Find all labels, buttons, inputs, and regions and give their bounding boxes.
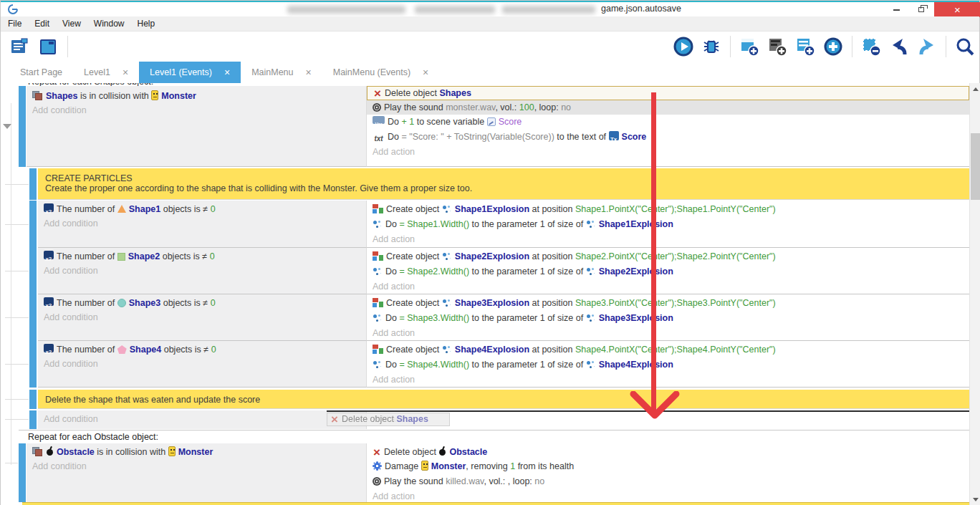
explosion-icon: [373, 360, 383, 369]
action-size-shape2explosion[interactable]: Do = Shape2.Width() to the parameter 1 o…: [367, 264, 969, 279]
menu-edit[interactable]: Edit: [33, 19, 51, 29]
add-action-link[interactable]: Add action: [367, 145, 969, 159]
text-segment: Shapes: [396, 414, 428, 424]
minimize-button[interactable]: [884, 2, 908, 17]
text-segment: at position: [529, 345, 575, 355]
action-delete-shapes-selected[interactable]: Delete object Shapes: [367, 86, 969, 100]
scene-editor-icon[interactable]: [37, 35, 59, 58]
condition-shapes-collision[interactable]: Shapes is in collision with Monster: [27, 89, 366, 103]
menu-window[interactable]: Window: [92, 19, 126, 29]
text-segment: Create object: [386, 251, 442, 261]
add-condition-link[interactable]: Add condition: [38, 216, 366, 231]
text-segment: objects is: [161, 345, 203, 355]
action-add-score-variable[interactable]: Do + 1 to scene variable Score: [367, 115, 969, 130]
drag-ghost-delete-shapes[interactable]: Delete object Shapes: [327, 413, 450, 426]
add-action-label: Add action: [373, 375, 415, 385]
scrollbar-thumb[interactable]: [971, 133, 980, 200]
add-action-link[interactable]: Add action: [367, 326, 969, 340]
action-create-shape1explosion[interactable]: Create object Shape1Explosion at positio…: [367, 202, 969, 217]
redo-icon[interactable]: [916, 35, 938, 58]
text-segment: no: [561, 102, 571, 112]
annotation-arrow: [651, 92, 656, 413]
condition-obstacle-collision[interactable]: Obstacle is in collision with Monster: [27, 445, 366, 459]
action-play-sound-monster[interactable]: Play the sound monster.wav, vol.: 100, l…: [367, 100, 969, 115]
scroll-up-icon[interactable]: [973, 87, 979, 91]
remove-event-icon[interactable]: [860, 35, 883, 58]
tab-close-icon[interactable]: [123, 67, 128, 78]
tab-start-page[interactable]: Start Page: [9, 62, 73, 83]
action-size-shape4explosion[interactable]: Do = Shape4.Width() to the parameter 1 o…: [367, 357, 969, 372]
add-condition-link[interactable]: Add condition: [27, 103, 366, 117]
text-segment: Delete object: [384, 447, 438, 457]
vertical-scrollbar[interactable]: [969, 83, 980, 505]
tab-mainmenu-events[interactable]: MainMenu (Events): [322, 62, 440, 83]
menu-view[interactable]: View: [61, 19, 82, 29]
add-action-link[interactable]: Add action: [367, 232, 969, 246]
debugger-icon[interactable]: [700, 35, 723, 58]
undo-icon[interactable]: [888, 35, 911, 58]
action-play-sound-killed[interactable]: Play the sound killed.wav, vol.: , loop:…: [367, 474, 969, 489]
search-icon[interactable]: [953, 35, 976, 58]
add-link-icon[interactable]: [822, 35, 845, 58]
explosion-icon: [586, 360, 596, 369]
action-size-shape3explosion[interactable]: Do = Shape3.Width() to the parameter 1 o…: [367, 311, 969, 326]
condition-shape1-count[interactable]: The number of Shape1 objects is ≠ 0: [38, 202, 366, 216]
explosion-icon: [373, 266, 383, 276]
tab-close-icon[interactable]: [423, 67, 428, 78]
tab-level1[interactable]: Level1: [73, 62, 139, 83]
event-repeat-obstacle-header[interactable]: Repeat for each Obstacle object:: [19, 430, 969, 443]
condition-shape3-count[interactable]: The number of Shape3 objects is ≠ 0: [38, 296, 366, 310]
add-condition-link[interactable]: Add condition: [38, 310, 366, 324]
text-segment: Do: [388, 132, 401, 142]
shape4-icon: [117, 345, 127, 354]
text-segment: = Shape1.Width(): [399, 219, 469, 229]
tab-mainmenu[interactable]: MainMenu: [241, 62, 322, 83]
add-action-link[interactable]: Add action: [367, 372, 969, 387]
add-condition-link[interactable]: Add condition: [38, 264, 366, 278]
menu-help[interactable]: Help: [136, 19, 157, 29]
add-condition-link[interactable]: Add condition: [38, 357, 366, 371]
tab-close-icon[interactable]: [224, 67, 230, 78]
text-segment: Shape4.PointX("Center");Shape4.PointY("C…: [575, 345, 776, 355]
action-create-shape3explosion[interactable]: Create object Shape3Explosion at positio…: [367, 296, 969, 311]
action-damage-monster[interactable]: Damage Monster, removing 1 from its heal…: [367, 459, 969, 474]
scroll-down-icon[interactable]: [973, 498, 979, 501]
action-create-shape4explosion[interactable]: Create object Shape4Explosion at positio…: [367, 342, 969, 357]
tab-level1-events[interactable]: Level1 (Events): [139, 62, 241, 83]
add-comment-icon[interactable]: [794, 35, 817, 58]
titlebar[interactable]: game.json.autosave: [1, 2, 979, 16]
text-segment: Score: [622, 132, 647, 142]
play-icon[interactable]: [672, 35, 695, 58]
action-size-shape1explosion[interactable]: Do = Shape1.Width() to the parameter 1 o…: [367, 217, 969, 232]
action-delete-obstacle[interactable]: Delete object Obstacle: [367, 445, 969, 459]
toolbar-separator: [67, 36, 68, 57]
collision-icon: [32, 91, 43, 100]
text-segment: killed.wav: [446, 476, 484, 486]
comment-create-particles[interactable]: CREATE PARTICLES Create the proper one a…: [38, 168, 969, 200]
condition-shape4-count[interactable]: The number of Shape4 objects is ≠ 0: [38, 342, 366, 357]
text-segment: is in collision with: [77, 91, 151, 101]
comment-delete-shape[interactable]: Delete the shape that was eaten and upda…: [38, 390, 969, 409]
create-object-icon: [373, 298, 383, 307]
add-action-link[interactable]: Add action: [367, 489, 969, 504]
close-button[interactable]: [934, 2, 980, 17]
event-indent-bar: [29, 294, 37, 341]
action-set-score-text[interactable]: Do = "Score: " + ToString(Variable(Score…: [367, 130, 969, 145]
tab-close-icon[interactable]: [306, 67, 312, 78]
add-condition-link[interactable]: Add condition: [38, 412, 366, 426]
action-create-shape2explosion[interactable]: Create object Shape2Explosion at positio…: [367, 249, 969, 264]
add-subevent-icon[interactable]: [766, 35, 789, 58]
restore-button[interactable]: [909, 2, 933, 17]
text-segment: at position: [529, 204, 575, 214]
events-sheet-icon[interactable]: [8, 35, 31, 58]
add-event-icon[interactable]: [738, 35, 761, 58]
monster-icon: [421, 461, 428, 471]
text-segment: , loop:: [534, 102, 562, 112]
text-segment: Shape1Explosion: [455, 204, 529, 214]
text-segment: at position: [529, 251, 575, 261]
add-action-link[interactable]: Add action: [367, 279, 969, 294]
condition-shape2-count[interactable]: The number of Shape2 objects is ≠ 0: [38, 249, 366, 264]
collapse-expander-icon[interactable]: [3, 124, 11, 129]
add-condition-link[interactable]: Add condition: [27, 459, 366, 473]
menu-file[interactable]: File: [6, 19, 23, 29]
